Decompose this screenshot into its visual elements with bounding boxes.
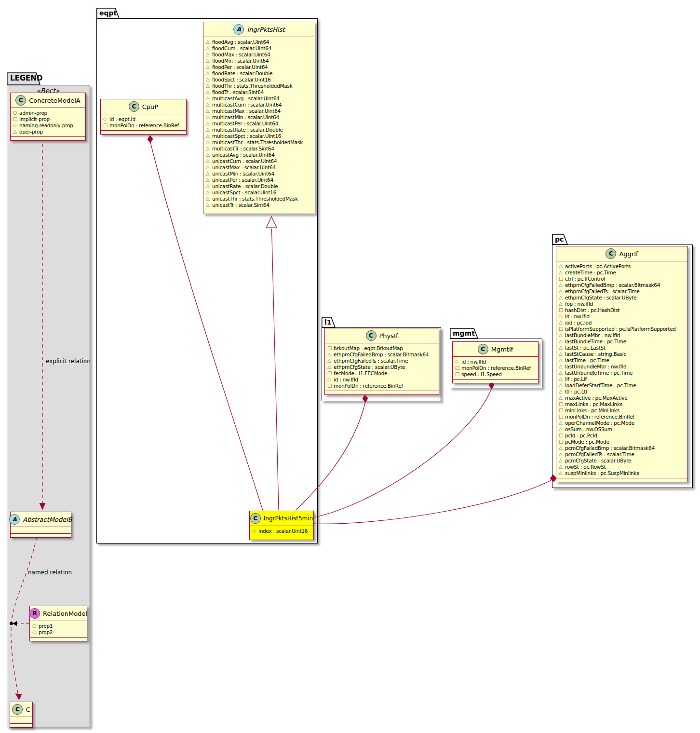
attribute-text: multicastPer : scalar.Uint64 xyxy=(212,121,278,126)
class-relationmodel: R RelationModel prop1prop2 xyxy=(29,606,87,641)
implicit-prop-icon xyxy=(327,371,334,376)
oper-prop-icon xyxy=(206,152,212,157)
oper-prop-icon xyxy=(206,177,212,182)
attribute-row: unicastSpct : scalar.Uint16 xyxy=(206,189,312,195)
oper-prop-icon xyxy=(559,395,565,400)
explicit-relation-label: explicit relation xyxy=(46,358,91,365)
class-spot-icon: C xyxy=(129,101,139,112)
attribute-text: unicastAvg : scalar.Uint64 xyxy=(212,152,275,158)
attribute-text: prop1 xyxy=(39,623,53,629)
methods-compartment xyxy=(250,536,313,540)
composition-edge-mgmtif xyxy=(314,381,495,517)
attribute-row: unicastAvg : scalar.Uint64 xyxy=(206,151,312,158)
implicit-prop-icon xyxy=(559,326,565,331)
class-name: PhysIf xyxy=(379,332,398,339)
attribute-text: lastSt : pc.LastSt xyxy=(565,345,606,351)
oper-prop-icon xyxy=(206,52,212,57)
attribute-text: id : nw.IfId xyxy=(461,359,486,365)
attribute-row: pcId : pc.PcId xyxy=(559,432,685,438)
attribute-row: multicastCum : scalar.Uint64 xyxy=(206,101,312,108)
oper-prop-icon xyxy=(206,184,212,189)
oper-prop-icon xyxy=(206,165,212,170)
attribute-row: suspMinlinks : pc.SuspMinlinks xyxy=(559,470,685,476)
attribute-text: multicastTr : scalar.Sint64 xyxy=(212,146,274,151)
attribute-row: operChannelMode : pc.Mode xyxy=(559,420,685,426)
oper-prop-icon xyxy=(206,171,212,176)
methods-compartment xyxy=(11,533,71,537)
attribute-text: floodCum : scalar.Uint64 xyxy=(212,45,271,51)
attribute-row: maxActive : pc.MaxActive xyxy=(559,394,685,401)
naming-prop-icon xyxy=(455,359,461,364)
oper-prop-icon xyxy=(206,90,212,95)
oper-prop-icon xyxy=(559,352,565,356)
attribute-row: ethpmCfgFailedTs : scalar.Time xyxy=(559,288,685,294)
class-spot-icon: C xyxy=(250,513,261,524)
attribute-row: unicastCum : scalar.Uint64 xyxy=(206,158,312,164)
attribute-text: ethpmCfgState : scalar.UByte xyxy=(334,364,405,370)
implicit-prop-icon xyxy=(455,366,461,370)
attribute-row: maxLinks : pc.MaxLinks xyxy=(559,401,685,407)
oper-prop-icon xyxy=(206,58,212,63)
class-spot-icon: C xyxy=(12,704,23,715)
attribute-text: id : nw.IfId xyxy=(334,377,358,382)
oper-prop-icon xyxy=(206,203,212,207)
oper-prop-icon xyxy=(559,427,565,432)
abstract-spot-icon: A xyxy=(9,514,20,525)
attribute-row: floodRate : scalar.Double xyxy=(206,70,312,76)
attribute-text: floodPer : scalar.Uint64 xyxy=(212,64,268,70)
oper-prop-icon xyxy=(206,140,212,145)
attribute-text: lastTime : pc.Time xyxy=(565,357,609,363)
attribute-row: pcmCfgFailedBmp : scalar.Bitmask64 xyxy=(559,445,685,451)
attribute-row: osSum : nw.OSSum xyxy=(559,426,685,432)
attribute-row: createTime : pc.Time xyxy=(559,269,685,275)
attribute-text: unicastCum : scalar.Uint64 xyxy=(212,158,277,164)
class-header: A IngrPktsHist xyxy=(203,22,315,37)
attribute-text: pcmCfgState : scalar.UByte xyxy=(565,458,631,463)
pc-package-label: pc xyxy=(555,235,564,243)
attribute-text: prop2 xyxy=(39,629,53,635)
class-spot-icon: C xyxy=(478,344,488,354)
attribute-row: multicastMax : scalar.Uint64 xyxy=(206,108,312,114)
attribute-list: activePorts : pc.ActivePortscreateTime :… xyxy=(556,261,687,478)
naming-prop-icon xyxy=(103,117,109,122)
attribute-row: multicastMin : scalar.Uint64 xyxy=(206,114,312,120)
class-spot-icon: C xyxy=(606,248,616,259)
oper-prop-icon xyxy=(559,345,565,350)
oper-prop-icon xyxy=(559,339,565,344)
class-physif: C PhysIf brkoutMap : eqpt.BrkoutMapethpm… xyxy=(324,328,439,395)
class-spot-icon: C xyxy=(366,330,377,341)
attribute-row: lastUnbundleMbr : nw.IfId xyxy=(559,363,685,369)
attribute-row: lastBundleTime : pc.Time xyxy=(559,338,685,344)
attribute-text: id : eqpt.Id xyxy=(109,116,135,122)
implicit-prop-icon xyxy=(559,439,565,444)
attribute-text: pcmCfgFailedBmp : scalar.Bitmask64 xyxy=(565,445,655,451)
attribute-list: floodAvg : scalar.Uint64floodCum : scala… xyxy=(203,37,315,210)
implicit-prop-icon xyxy=(559,414,565,419)
class-header: C AggrIf xyxy=(556,246,687,261)
attribute-text: implicit-prop xyxy=(19,116,50,122)
oper-prop-icon xyxy=(559,358,565,363)
oper-prop-icon xyxy=(206,190,212,195)
oper-prop-icon xyxy=(206,196,212,201)
oper-prop-icon xyxy=(206,146,212,151)
attribute-text: multicastCum : scalar.Uint64 xyxy=(212,102,282,108)
attribute-list: id : eqpt.IdmonPolDn : reference.BinRef xyxy=(101,114,186,130)
abstract-spot-icon: A xyxy=(233,24,244,35)
attribute-text: multicastAvg : scalar.Uint64 xyxy=(212,95,280,101)
class-mgmtif: C MgmtIf id : nw.IfIdmonPolDn : referenc… xyxy=(452,341,538,383)
attribute-row: prop2 xyxy=(32,629,84,635)
attribute-row: index : scalar.Uint16 xyxy=(252,528,311,534)
attribute-row: activePorts : pc.ActivePorts xyxy=(559,263,685,269)
attribute-text: pcmCfgFailedTs : scalar.Time xyxy=(565,451,634,457)
methods-compartment xyxy=(556,478,687,482)
attribute-row: fecMode : l1.FECMode xyxy=(327,370,436,376)
attribute-row: admin-prop xyxy=(13,109,83,116)
class-spot-icon: C xyxy=(15,95,26,106)
attribute-text: operChannelMode : pc.Mode xyxy=(565,420,634,426)
attribute-list xyxy=(10,717,32,723)
oper-prop-icon xyxy=(206,83,212,88)
attribute-row: ltl : pc.Ltl xyxy=(559,388,685,394)
oper-prop-icon xyxy=(206,65,212,69)
attribute-text: admin-prop xyxy=(19,110,47,116)
class-ingrpktshist: A IngrPktsHist floodAvg : scalar.Uint64f… xyxy=(203,22,315,214)
